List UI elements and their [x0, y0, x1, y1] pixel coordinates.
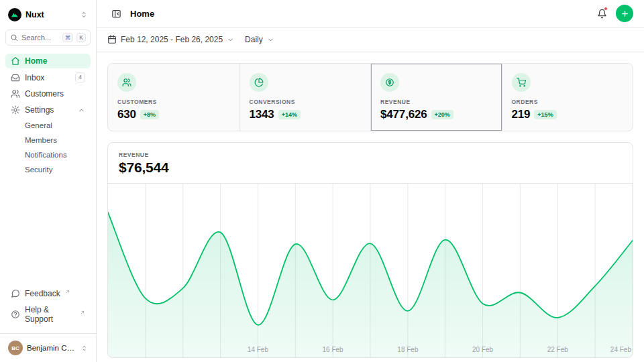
gear-icon	[11, 105, 20, 115]
svg-text:20 Feb: 20 Feb	[472, 346, 494, 353]
revenue-area-chart-svg: 14 Feb16 Feb18 Feb20 Feb22 Feb24 Feb	[108, 184, 633, 357]
svg-text:24 Feb: 24 Feb	[610, 346, 632, 353]
sidebar-item-customers[interactable]: Customers	[5, 86, 91, 101]
top-header: Home	[97, 0, 644, 27]
interval-label: Daily	[245, 35, 263, 44]
chevron-down-icon	[267, 36, 274, 44]
sidebar-item-label: Help & Support	[25, 305, 75, 324]
inbox-icon	[11, 73, 20, 82]
stat-label: CUSTOMERS	[117, 99, 230, 105]
revenue-chart-card: REVENUE $76,544 14 Feb16 Feb18 Feb20 Feb…	[107, 142, 633, 358]
stat-card-conversions[interactable]: CONVERSIONS 1343 +14%	[239, 64, 371, 131]
dashboard-content: CUSTOMERS 630 +8% CONVERSIONS 1343 +14%	[97, 52, 644, 362]
cart-icon	[512, 73, 531, 92]
stat-value: 219	[512, 108, 531, 121]
sidebar-item-feedback[interactable]: Feedback	[5, 286, 91, 301]
stat-value: 1343	[250, 108, 274, 121]
sidebar-item-help-support[interactable]: Help & Support	[5, 302, 91, 326]
sidebar-item-label: Feedback	[25, 289, 60, 298]
nuxt-logo-icon	[8, 8, 21, 21]
interval-select[interactable]: Daily	[245, 35, 274, 44]
chevron-up-icon	[78, 107, 85, 114]
sidebar-item-settings-notifications[interactable]: Notifications	[5, 148, 91, 162]
panel-left-icon	[111, 9, 121, 19]
stat-card-customers[interactable]: CUSTOMERS 630 +8%	[108, 64, 239, 131]
sidebar: Nuxt Search... ⌘ K Home	[0, 0, 97, 362]
chevron-up-down-icon	[80, 345, 88, 352]
notifications-button[interactable]	[593, 5, 610, 22]
avatar: BC	[8, 341, 23, 355]
svg-text:16 Feb: 16 Feb	[323, 346, 344, 353]
app-root: Nuxt Search... ⌘ K Home	[0, 0, 644, 362]
chart-title: REVENUE	[119, 152, 622, 158]
sidebar-item-settings-security[interactable]: Security	[5, 163, 91, 176]
sidebar-item-label: Customers	[25, 89, 64, 99]
chevron-down-icon	[227, 36, 234, 44]
sidebar-footer: Feedback Help & Support BC Benjamin Cana…	[5, 286, 91, 357]
workspace-name: Nuxt	[25, 10, 76, 19]
dollar-circle-icon	[380, 73, 399, 92]
svg-text:22 Feb: 22 Feb	[547, 346, 569, 353]
stat-delta-badge: +14%	[278, 110, 301, 119]
stat-value: 630	[117, 108, 136, 121]
stat-label: CONVERSIONS	[250, 99, 362, 105]
add-button[interactable]	[616, 5, 633, 22]
notification-dot	[604, 7, 608, 11]
stat-label: REVENUE	[380, 99, 492, 105]
external-link-icon	[80, 310, 85, 315]
sidebar-item-label: Home	[25, 56, 47, 66]
sidebar-item-label: Settings	[25, 105, 54, 115]
kbd-k: K	[76, 33, 86, 42]
inbox-count-badge: 4	[75, 72, 85, 82]
page-title: Home	[130, 9, 154, 19]
sidebar-item-settings-members[interactable]: Members	[5, 133, 91, 147]
workspace-switcher[interactable]: Nuxt	[5, 5, 91, 24]
kbd-command: ⌘	[62, 33, 74, 42]
sidebar-item-home[interactable]: Home	[5, 54, 91, 68]
sidebar-item-settings[interactable]: Settings	[5, 103, 91, 117]
stats-row: CUSTOMERS 630 +8% CONVERSIONS 1343 +14%	[107, 63, 633, 131]
chart-header: REVENUE $76,544	[108, 143, 633, 184]
stat-card-revenue[interactable]: REVENUE $477,626 +20%	[370, 64, 502, 131]
date-range-picker[interactable]: Feb 12, 2025 - Feb 26, 2025	[107, 35, 234, 44]
home-icon	[11, 56, 20, 66]
stat-delta-badge: +20%	[431, 110, 453, 119]
stat-delta-badge: +15%	[534, 110, 556, 119]
chat-bubble-icon	[11, 289, 20, 298]
sidebar-item-label: Inbox	[25, 73, 44, 82]
filter-bar: Feb 12, 2025 - Feb 26, 2025 Daily	[97, 27, 644, 52]
divider	[0, 333, 96, 334]
stat-label: ORDERS	[512, 99, 624, 105]
search-input[interactable]: Search... ⌘ K	[5, 29, 91, 46]
search-icon	[10, 34, 18, 42]
stat-delta-badge: +8%	[140, 110, 159, 119]
plus-icon	[621, 9, 629, 18]
stat-value: $477,626	[380, 108, 427, 121]
revenue-area-chart: 14 Feb16 Feb18 Feb20 Feb22 Feb24 Feb	[108, 184, 633, 357]
search-placeholder: Search...	[21, 34, 59, 42]
users-icon	[11, 89, 20, 99]
external-link-icon	[65, 289, 70, 294]
chevron-up-down-icon	[80, 11, 88, 19]
date-range-label: Feb 12, 2025 - Feb 26, 2025	[121, 35, 223, 44]
chart-current-value: $76,544	[119, 160, 622, 176]
user-name: Benjamin Canac	[27, 344, 76, 352]
sidebar-item-inbox[interactable]: Inbox 4	[5, 70, 91, 85]
user-menu[interactable]: BC Benjamin Canac	[5, 335, 91, 357]
collapse-sidebar-button[interactable]	[107, 5, 125, 22]
help-circle-icon	[11, 310, 20, 319]
stat-card-orders[interactable]: ORDERS 219 +15%	[502, 64, 633, 131]
pie-chart-icon	[250, 73, 268, 92]
users-icon	[117, 73, 136, 92]
sidebar-nav: Home Inbox 4 Customers Settings	[5, 54, 91, 176]
calendar-icon	[107, 35, 117, 44]
svg-text:18 Feb: 18 Feb	[397, 346, 419, 353]
sidebar-item-settings-general[interactable]: General	[5, 119, 91, 132]
main-area: Home Feb 12, 2025 - Feb 26, 2025	[97, 0, 644, 362]
svg-text:14 Feb: 14 Feb	[248, 346, 269, 353]
